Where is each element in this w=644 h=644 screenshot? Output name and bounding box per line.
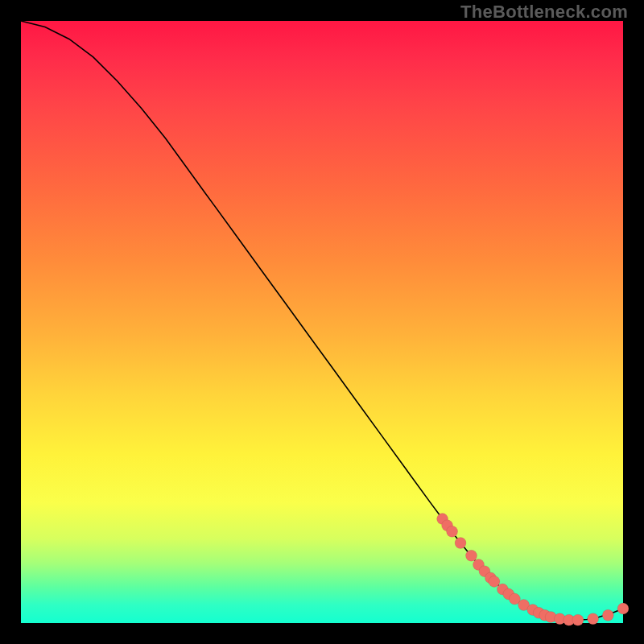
highlight-dots-group (437, 514, 629, 626)
highlight-dot (572, 614, 584, 625)
highlight-dot (602, 609, 613, 621)
chart-frame: TheBottleneck.com (0, 0, 644, 644)
highlight-dot (617, 603, 629, 614)
highlight-dot (455, 538, 466, 549)
highlight-dot (489, 576, 500, 587)
highlight-dot (588, 613, 599, 625)
plot-area (21, 21, 623, 623)
chart-svg (21, 21, 623, 623)
bottleneck-curve (21, 21, 623, 620)
highlight-dot (447, 526, 458, 537)
watermark-text: TheBottleneck.com (460, 2, 628, 23)
highlight-dot (466, 550, 477, 561)
